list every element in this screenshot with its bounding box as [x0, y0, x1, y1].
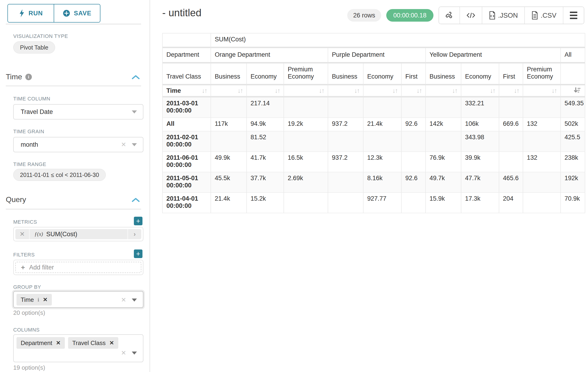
remove-tag-icon[interactable]: ✕ [56, 340, 61, 346]
remove-tag-icon[interactable]: ✕ [109, 340, 114, 346]
chevron-right-icon[interactable]: › [127, 229, 141, 239]
sort-descending-icon[interactable] [574, 87, 581, 94]
column-sort-header[interactable]: ↓↑ [402, 85, 426, 97]
column-sort-header[interactable]: ↓↑ [499, 85, 523, 97]
column-sort-header[interactable]: ↓↑ [523, 85, 561, 97]
clear-icon[interactable]: ✕ [121, 349, 126, 357]
info-icon: i [38, 297, 39, 303]
export-json-button[interactable]: .JSON [482, 7, 524, 24]
group-by-label: GROUP BY [13, 284, 41, 290]
column-sort-header[interactable]: ↓↑ [426, 85, 461, 97]
menu-button[interactable] [563, 7, 584, 24]
columns-select[interactable]: Department ✕ Travel Class ✕ ✕ [13, 334, 143, 362]
column-sort-header[interactable]: ↓↑ [284, 85, 328, 97]
sort-icon[interactable]: ↓↑ [514, 87, 519, 94]
export-csv-button[interactable]: .CSV [524, 7, 563, 24]
department-group-cell: Purple Department [328, 48, 426, 64]
value-cell: 204 [499, 193, 523, 213]
chevron-up-icon[interactable] [132, 198, 140, 202]
visualization-type-pill[interactable]: Pivot Table [13, 41, 55, 53]
value-cell [328, 172, 364, 193]
sort-icon[interactable]: ↓↑ [238, 87, 243, 94]
sort-icon[interactable]: ↓↑ [417, 87, 422, 94]
row-label-cell: 2011-05-01 00:00:00 [163, 172, 211, 193]
column-sort-header[interactable]: ↓↑ [247, 85, 284, 97]
sort-icon[interactable]: ↓↑ [202, 87, 207, 94]
value-cell: 117k [211, 118, 247, 131]
value-cell [364, 97, 402, 118]
sort-icon[interactable]: ↓↑ [354, 87, 359, 94]
filters-field: + Add filter [13, 260, 143, 275]
sort-icon[interactable]: ↓↑ [552, 87, 557, 94]
value-cell: 465.6 [499, 172, 523, 193]
chart-title[interactable]: - untitled [162, 7, 201, 19]
divider [6, 209, 141, 210]
share-link-button[interactable] [439, 7, 460, 24]
clear-icon[interactable]: ✕ [121, 141, 126, 148]
column-sort-header[interactable] [561, 85, 585, 97]
pivot-table-container: SUM(Cost)DepartmentOrange DepartmentPurp… [162, 33, 585, 213]
sort-icon[interactable]: ↓↑ [490, 87, 495, 94]
value-cell: 2.69k [284, 172, 328, 193]
run-button[interactable]: RUN [8, 4, 54, 22]
value-cell [328, 131, 364, 152]
chevron-down-icon [132, 110, 137, 114]
travel-class-cell: Economy [364, 64, 402, 85]
value-cell [402, 97, 426, 118]
time-grain-select[interactable]: month ✕ [13, 137, 143, 152]
view-query-button[interactable] [460, 7, 482, 24]
remove-tag-icon[interactable]: ✕ [43, 297, 47, 303]
sort-icon[interactable]: ↓↑ [275, 87, 280, 94]
chevron-up-icon[interactable] [132, 75, 140, 80]
metric-pill[interactable]: ✕ ƒ(x) SUM(Cost) › [15, 229, 141, 239]
value-cell: 70.9k [561, 193, 585, 213]
value-cell [523, 97, 561, 118]
value-cell: 549.35 [561, 97, 585, 118]
value-cell: 15.2k [247, 193, 284, 213]
travel-class-cell: Premium Economy [284, 64, 328, 85]
query-section-header: Query [6, 195, 26, 204]
add-filter-plus-button[interactable]: + [134, 249, 142, 258]
time-section-header: Time i [6, 73, 32, 81]
value-cell [499, 152, 523, 172]
value-cell: 937.2 [328, 152, 364, 172]
time-column-select[interactable]: Travel Date [13, 104, 143, 119]
file-lines-icon [531, 11, 538, 20]
travel-class-cell: Business [328, 64, 364, 85]
value-cell: 937.2 [328, 118, 364, 131]
sort-icon[interactable]: ↓↑ [452, 87, 457, 94]
value-cell: 76.9k [426, 152, 461, 172]
add-metric-button[interactable]: + [134, 217, 142, 225]
hamburger-icon [570, 12, 577, 19]
travel-class-cell: Economy [247, 64, 284, 85]
row-label-cell: 2011-06-01 00:00:00 [163, 152, 211, 172]
clear-icon[interactable]: ✕ [121, 296, 126, 304]
group-by-tag-time: Time i ✕ [17, 294, 52, 306]
control-panel-sidebar: Chart Type RUN SAVE VISUALIZATION TYPE P… [0, 0, 150, 372]
column-sort-header[interactable]: ↓↑ [461, 85, 499, 97]
chart-panel: - untitled 26 rows 00:00:00.18 .JSON .CS… [150, 0, 588, 372]
value-cell [211, 131, 247, 152]
remove-metric-icon[interactable]: ✕ [15, 229, 30, 239]
add-filter-button[interactable]: + Add filter [15, 262, 141, 273]
time-sort-header[interactable]: Time↓↑ [163, 85, 211, 97]
column-sort-header[interactable]: ↓↑ [211, 85, 247, 97]
group-by-select[interactable]: Time i ✕ ✕ [13, 291, 143, 308]
value-cell [523, 193, 561, 213]
save-button[interactable]: SAVE [54, 4, 100, 22]
column-sort-header[interactable]: ↓↑ [364, 85, 402, 97]
export-toolbar: .JSON .CSV [439, 7, 584, 24]
time-range-pill[interactable]: 2011-01-01 ≤ col < 2011-06-30 [13, 169, 106, 181]
department-group-cell: Orange Department [211, 48, 328, 64]
department-header-cell: Department [163, 48, 211, 64]
value-cell: 142k [426, 118, 461, 131]
column-sort-header[interactable]: ↓↑ [328, 85, 364, 97]
time-grain-label: TIME GRAIN [13, 128, 44, 135]
columns-label: COLUMNS [13, 327, 40, 333]
travel-class-header-cell: Travel Class [163, 64, 211, 85]
sort-icon[interactable]: ↓↑ [392, 87, 398, 94]
metrics-label: METRICS [13, 219, 37, 225]
value-cell: 502k [561, 118, 585, 131]
sort-icon[interactable]: ↓↑ [319, 87, 324, 94]
metric-field: ✕ ƒ(x) SUM(Cost) › [13, 227, 143, 241]
